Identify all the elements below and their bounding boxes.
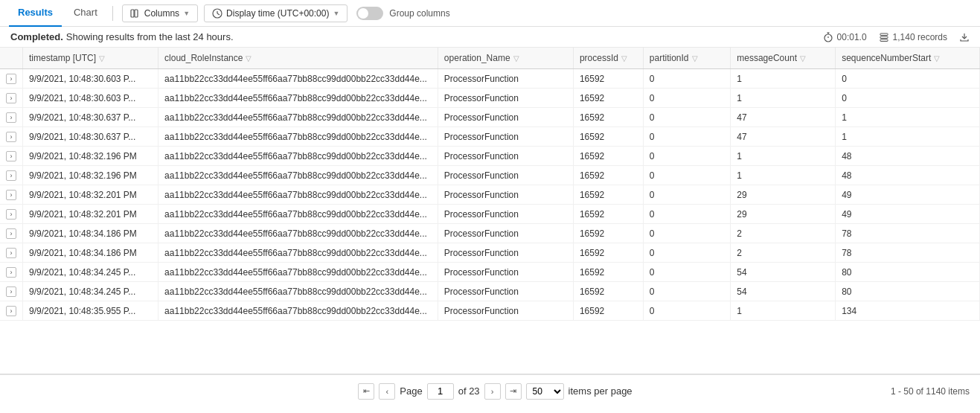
first-page-button[interactable]: ⇤ xyxy=(358,383,374,400)
table-row[interactable]: ›9/9/2021, 10:48:34.245 P...aa11bb22cc33… xyxy=(0,263,980,282)
cloud-cell: aa11bb22cc33dd44ee55ff66aa77bb88cc99dd00… xyxy=(158,108,438,127)
prev-page-button[interactable]: ‹ xyxy=(379,383,395,400)
display-time-chevron-icon: ▼ xyxy=(333,10,339,17)
timestamp-cell: 9/9/2021, 10:48:30.637 P... xyxy=(23,108,158,127)
tab-results[interactable]: Results xyxy=(9,0,62,27)
col-partition-label: partitionId xyxy=(650,53,689,63)
table-row[interactable]: ›9/9/2021, 10:48:30.603 P...aa11bb22cc33… xyxy=(0,69,980,89)
row-expand-button[interactable]: › xyxy=(6,209,16,220)
messagecount-cell: 29 xyxy=(731,185,836,205)
tab-divider xyxy=(112,6,113,21)
next-page-button[interactable]: › xyxy=(484,383,501,400)
row-expand-button[interactable]: › xyxy=(6,228,16,239)
timestamp-cell: 9/9/2021, 10:48:30.603 P... xyxy=(23,69,158,89)
partition-cell: 0 xyxy=(643,108,730,127)
status-bar: Completed. Showing results from the last… xyxy=(0,27,980,48)
col-partition-header: partitionId ▽ xyxy=(643,48,730,69)
partition-filter-icon[interactable]: ▽ xyxy=(692,54,698,63)
table-row[interactable]: ›9/9/2021, 10:48:34.186 PMaa11bb22cc33dd… xyxy=(0,224,980,243)
table-row[interactable]: ›9/9/2021, 10:48:30.637 P...aa11bb22cc33… xyxy=(0,108,980,127)
row-expand-button[interactable]: › xyxy=(6,306,16,316)
cloud-cell: aa11bb22cc33dd44ee55ff66aa77bb88cc99dd00… xyxy=(158,166,438,185)
row-expand-button[interactable]: › xyxy=(6,248,16,258)
svg-rect-9 xyxy=(880,33,888,36)
table-row[interactable]: ›9/9/2021, 10:48:32.201 PMaa11bb22cc33dd… xyxy=(0,185,980,205)
operation-cell: ProcessorFunction xyxy=(438,147,573,166)
cloud-cell: aa11bb22cc33dd44ee55ff66aa77bb88cc99dd00… xyxy=(158,147,438,166)
processid-cell: 16592 xyxy=(573,185,643,205)
operation-filter-icon[interactable]: ▽ xyxy=(513,54,519,63)
display-time-button[interactable]: Display time (UTC+00:00) ▼ xyxy=(204,4,348,22)
display-time-label: Display time (UTC+00:00) xyxy=(226,8,329,19)
page-input[interactable] xyxy=(427,383,454,400)
cloud-cell: aa11bb22cc33dd44ee55ff66aa77bb88cc99dd00… xyxy=(158,282,438,301)
table-row[interactable]: ›9/9/2021, 10:48:30.603 P...aa11bb22cc33… xyxy=(0,89,980,108)
partition-cell: 0 xyxy=(643,166,730,185)
messagecount-filter-icon[interactable]: ▽ xyxy=(800,54,806,63)
partition-cell: 0 xyxy=(643,205,730,224)
tab-chart[interactable]: Chart xyxy=(65,0,106,27)
export-btn[interactable] xyxy=(959,32,970,42)
processid-cell: 16592 xyxy=(573,69,643,89)
row-expand-button[interactable]: › xyxy=(6,93,16,103)
row-expand-button[interactable]: › xyxy=(6,132,16,142)
table-row[interactable]: ›9/9/2021, 10:48:34.186 PMaa11bb22cc33dd… xyxy=(0,243,980,263)
seqnum-cell: 0 xyxy=(836,69,980,89)
row-expand-button[interactable]: › xyxy=(6,112,16,123)
of-label: of 23 xyxy=(458,385,480,397)
group-columns-toggle[interactable] xyxy=(356,7,383,20)
row-expand-button[interactable]: › xyxy=(6,151,16,161)
messagecount-cell: 47 xyxy=(731,108,836,127)
messagecount-cell: 1 xyxy=(731,89,836,108)
items-per-page-label: items per page xyxy=(569,385,632,397)
cloud-filter-icon[interactable]: ▽ xyxy=(246,54,252,63)
operation-cell: ProcessorFunction xyxy=(438,205,573,224)
partition-cell: 0 xyxy=(643,127,730,147)
table-row[interactable]: ›9/9/2021, 10:48:32.201 PMaa11bb22cc33dd… xyxy=(0,205,980,224)
row-expand-button[interactable]: › xyxy=(6,74,16,84)
timestamp-cell: 9/9/2021, 10:48:35.955 P... xyxy=(23,301,158,321)
timestamp-cell: 9/9/2021, 10:48:30.637 P... xyxy=(23,127,158,147)
processid-filter-icon[interactable]: ▽ xyxy=(621,54,627,63)
columns-button[interactable]: Columns ▼ xyxy=(122,4,198,22)
clock-icon xyxy=(212,8,222,19)
page-label: Page xyxy=(400,385,422,397)
table-row[interactable]: ›9/9/2021, 10:48:30.637 P...aa11bb22cc33… xyxy=(0,127,980,147)
seqnum-cell: 0 xyxy=(836,89,980,108)
cloud-cell: aa11bb22cc33dd44ee55ff66aa77bb88cc99dd00… xyxy=(158,263,438,282)
per-page-select[interactable]: 50 100 200 xyxy=(526,383,564,400)
partition-cell: 0 xyxy=(643,185,730,205)
col-cloud-header: cloud_RoleInstance ▽ xyxy=(158,48,438,69)
processid-cell: 16592 xyxy=(573,166,643,185)
seqnum-filter-icon[interactable]: ▽ xyxy=(934,54,940,63)
operation-cell: ProcessorFunction xyxy=(438,69,573,89)
row-expand-button[interactable]: › xyxy=(6,190,16,200)
cloud-cell: aa11bb22cc33dd44ee55ff66aa77bb88cc99dd00… xyxy=(158,243,438,263)
table-row[interactable]: ›9/9/2021, 10:48:35.955 P...aa11bb22cc33… xyxy=(0,301,980,321)
cloud-cell: aa11bb22cc33dd44ee55ff66aa77bb88cc99dd00… xyxy=(158,185,438,205)
last-page-button[interactable]: ⇥ xyxy=(505,383,522,400)
timestamp-cell: 9/9/2021, 10:48:34.245 P... xyxy=(23,263,158,282)
col-messagecount-label: messageCount xyxy=(737,53,797,63)
partition-cell: 0 xyxy=(643,224,730,243)
toggle-knob xyxy=(358,8,368,19)
timestamp-filter-icon[interactable]: ▽ xyxy=(99,54,105,63)
table-row[interactable]: ›9/9/2021, 10:48:32.196 PMaa11bb22cc33dd… xyxy=(0,147,980,166)
row-expand-button[interactable]: › xyxy=(6,170,16,181)
operation-cell: ProcessorFunction xyxy=(438,243,573,263)
row-expand-button[interactable]: › xyxy=(6,286,16,297)
partition-cell: 0 xyxy=(643,282,730,301)
table-row[interactable]: ›9/9/2021, 10:48:32.196 PMaa11bb22cc33dd… xyxy=(0,166,980,185)
operation-cell: ProcessorFunction xyxy=(438,166,573,185)
timestamp-cell: 9/9/2021, 10:48:34.245 P... xyxy=(23,282,158,301)
timer-icon xyxy=(823,32,833,42)
messagecount-cell: 2 xyxy=(731,243,836,263)
cloud-cell: aa11bb22cc33dd44ee55ff66aa77bb88cc99dd00… xyxy=(158,127,438,147)
seqnum-cell: 49 xyxy=(836,185,980,205)
table-row[interactable]: ›9/9/2021, 10:48:34.245 P...aa11bb22cc33… xyxy=(0,282,980,301)
svg-rect-0 xyxy=(131,10,134,17)
row-expand-button[interactable]: › xyxy=(6,267,16,278)
messagecount-cell: 29 xyxy=(731,205,836,224)
partition-cell: 0 xyxy=(643,89,730,108)
table-body: ›9/9/2021, 10:48:30.603 P...aa11bb22cc33… xyxy=(0,69,980,321)
